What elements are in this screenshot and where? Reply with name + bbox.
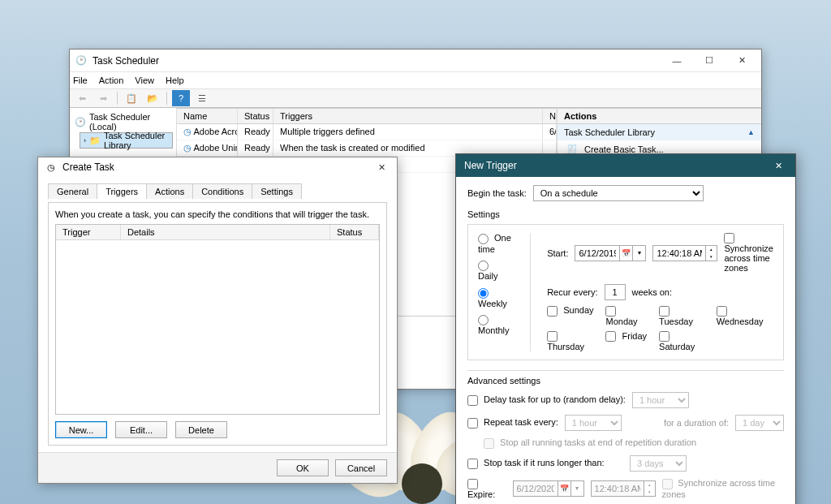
col-status[interactable]: Status (330, 225, 379, 239)
expire-date (513, 480, 584, 497)
clock-icon: 🕑 (75, 54, 88, 67)
menu-help[interactable]: Help (166, 75, 184, 85)
minimize-button[interactable]: — (661, 50, 693, 71)
up-button[interactable]: 📋 (123, 90, 140, 106)
task-icon: ◷ (183, 127, 192, 136)
collapse-icon[interactable]: ▲ (747, 128, 755, 136)
chevron-down-icon (571, 481, 583, 496)
spin-up[interactable] (705, 246, 717, 253)
delay-checkbox[interactable]: Delay task for up to (random delay): (467, 394, 626, 406)
create-task-dialog: ◷ Create Task ✕ General Triggers Actions… (37, 157, 398, 484)
table-row[interactable]: ◷ Adobe Acro... Ready Multiple triggers … (177, 124, 557, 140)
folder-icon: 📁 (89, 136, 101, 146)
edit-button[interactable]: Edit... (115, 421, 167, 438)
dialog-title: New Trigger (459, 160, 764, 171)
folder-button[interactable]: 📂 (144, 90, 161, 106)
clock-icon: 🕑 (75, 117, 86, 127)
recur-input[interactable] (605, 284, 626, 300)
ok-button[interactable]: OK (277, 459, 329, 476)
cancel-button[interactable]: Cancel (335, 459, 387, 476)
actions-header: Actions (558, 108, 761, 124)
tab-strip: General Triggers Actions Conditions Sett… (48, 183, 387, 199)
close-button[interactable]: ✕ (371, 157, 392, 177)
begin-select[interactable]: On a schedule (533, 185, 704, 201)
new-button[interactable]: New... (55, 421, 107, 438)
radio-daily[interactable]: Daily (478, 261, 514, 282)
menu-file[interactable]: File (73, 75, 88, 85)
window-title: Task Scheduler (93, 55, 661, 67)
recur-suffix: weeks on: (632, 287, 673, 297)
titlebar[interactable]: 🕑 Task Scheduler — ☐ ✕ (70, 50, 761, 72)
titlebar[interactable]: New Trigger ✕ (456, 154, 795, 177)
dialog-title: Create Task (62, 162, 371, 173)
expand-icon[interactable]: › (84, 136, 86, 144)
radio-weekly[interactable]: Weekly (478, 287, 514, 308)
stop-running-checkbox: Stop all running tasks at end of repetit… (484, 437, 696, 449)
radio-onetime[interactable]: One time (478, 233, 514, 254)
day-tuesday[interactable]: Tuesday (659, 305, 705, 326)
col-trigger[interactable]: Trigger (56, 225, 121, 239)
task-icon: ◷ (45, 161, 58, 174)
day-monday[interactable]: Monday (605, 305, 648, 326)
tree-library-label: Task Scheduler Library (104, 131, 169, 150)
col-status[interactable]: Status (238, 109, 273, 123)
repeat-checkbox[interactable]: Repeat task every: (467, 417, 558, 429)
day-saturday[interactable]: Saturday (659, 331, 705, 352)
menu-bar: File Action View Help (70, 72, 761, 88)
day-sunday[interactable]: Sunday (547, 305, 594, 326)
tree-root-label: Task Scheduler (Local) (89, 112, 171, 131)
triggers-list[interactable]: Trigger Details Status (55, 224, 380, 415)
menu-action[interactable]: Action (99, 75, 124, 85)
advanced-header: Advanced settings (467, 376, 784, 386)
tab-settings[interactable]: Settings (252, 183, 302, 199)
forward-button: ➡ (94, 90, 112, 106)
hint-text: When you create a task, you can specify … (55, 209, 380, 219)
repeat-select: 1 hour (565, 415, 622, 431)
day-friday[interactable]: Friday (605, 331, 648, 352)
tab-actions[interactable]: Actions (146, 183, 193, 199)
day-thursday[interactable]: Thursday (547, 331, 594, 352)
toolbar: ⬅ ➡ 📋 📂 ? ☰ (70, 88, 761, 108)
actions-subheader: Task Scheduler Library ▲ (558, 124, 761, 140)
settings-label: Settings (467, 209, 784, 219)
close-button[interactable]: ✕ (764, 154, 792, 177)
stop-select: 3 days (630, 455, 687, 472)
stop-longer-checkbox[interactable]: Stop task if it runs longer than: (467, 458, 605, 469)
chevron-down-icon[interactable] (632, 246, 645, 261)
expire-time (591, 480, 656, 497)
calendar-icon (558, 481, 571, 496)
start-date[interactable] (575, 245, 646, 261)
duration-label: for a duration of: (664, 418, 729, 428)
expire-sync-checkbox: Synchronize across time zones (662, 478, 784, 499)
calendar-icon[interactable] (619, 246, 632, 261)
tab-triggers[interactable]: Triggers (97, 183, 147, 199)
tab-conditions[interactable]: Conditions (192, 183, 252, 199)
close-button[interactable]: ✕ (726, 50, 758, 71)
day-wednesday[interactable]: Wednesday (717, 305, 773, 326)
tree-root[interactable]: 🕑 Task Scheduler (Local) (73, 111, 173, 132)
col-name[interactable]: Name (177, 109, 238, 123)
menu-view[interactable]: View (135, 75, 154, 85)
back-button: ⬅ (73, 90, 91, 106)
start-time[interactable] (652, 245, 717, 261)
properties-button[interactable]: ☰ (193, 90, 211, 106)
task-icon: ◷ (183, 143, 192, 153)
tree-library[interactable]: › 📁 Task Scheduler Library (80, 132, 173, 149)
spin-down[interactable] (705, 253, 717, 261)
tab-general[interactable]: General (48, 183, 97, 199)
new-trigger-dialog: New Trigger ✕ Begin the task: On a sched… (455, 153, 796, 504)
sync-checkbox[interactable]: Synchronize across time zones (724, 233, 773, 273)
radio-monthly[interactable]: Monthly (478, 315, 514, 336)
expire-checkbox[interactable]: Expire: (467, 478, 506, 499)
begin-label: Begin the task: (467, 188, 527, 198)
delay-select: 1 hour (632, 392, 689, 408)
delete-button[interactable]: Delete (175, 421, 227, 438)
col-next[interactable]: Ne: (543, 109, 557, 123)
recur-label: Recur every: (547, 287, 597, 297)
col-triggers[interactable]: Triggers (273, 109, 543, 123)
maximize-button[interactable]: ☐ (693, 50, 726, 71)
col-details[interactable]: Details (121, 225, 330, 239)
help-button[interactable]: ? (172, 90, 190, 106)
titlebar[interactable]: ◷ Create Task ✕ (38, 157, 397, 177)
settings-group: One time Daily Weekly Monthly Start: Syn… (467, 224, 784, 360)
